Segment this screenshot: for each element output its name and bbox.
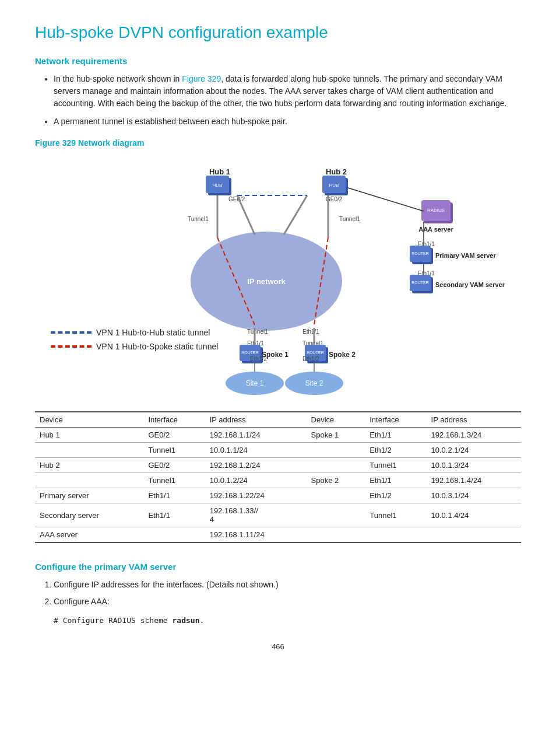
cell [307,458,365,473]
cell: 192.168.1.33//4 [205,503,307,527]
svg-text:RADIUS: RADIUS [427,208,445,213]
col-device-2: Device [307,412,365,428]
svg-text:IP network: IP network [247,277,286,286]
svg-text:Tunnel1: Tunnel1 [339,216,360,222]
svg-line-15 [237,195,255,235]
cell [307,443,365,458]
hub-to-spoke-label: VPN 1 Hub-to-Spoke static tunnel [96,342,218,351]
cell [365,527,426,543]
cell: 192.168.1.22/24 [205,488,307,503]
page-title: Hub-spoke DVPN configuration example [35,23,521,42]
cell [307,488,365,503]
cell [143,527,205,543]
col-interface-2: Interface [365,412,426,428]
cell: Hub 2 [35,458,143,473]
cell: 10.0.3.1/24 [427,488,521,503]
table-row: Hub 2 GE0/2 192.168.1.2/24 Tunnel1 10.0.… [35,458,521,473]
col-ip-1: IP address [205,412,307,428]
cell: 192.168.1.4/24 [427,473,521,488]
cell: Eth1/1 [365,428,426,443]
svg-text:Site 2: Site 2 [305,379,323,387]
svg-text:Tunnel1: Tunnel1 [188,216,209,222]
figure-329-link[interactable]: Figure 329 [182,74,221,83]
col-interface-1: Interface [143,412,205,428]
cell: Tunnel1 [143,473,205,488]
svg-line-16 [284,195,307,235]
svg-text:Secondary VAM server: Secondary VAM server [435,281,505,288]
svg-text:ROUTER: ROUTER [411,251,429,256]
code-text: # Configure RADIUS scheme radsun. [54,616,204,625]
svg-text:Tunnel1: Tunnel1 [247,328,268,335]
cell [307,527,365,543]
network-diagram: IP network Hub 1 HUB Hub 2 HUB GE0/2 GE0… [39,156,517,401]
requirements-list: In the hub-spoke network shown in Figure… [35,73,521,128]
diagram-svg: IP network Hub 1 HUB Hub 2 HUB GE0/2 GE0… [39,156,517,401]
network-table: Device Interface IP address Device Inter… [35,411,521,543]
requirement-item-1: In the hub-spoke network shown in Figure… [54,73,521,110]
col-device-1: Device [35,412,143,428]
diagram-legend: VPN 1 Hub-to-Hub static tunnel VPN 1 Hub… [51,328,218,356]
config-step-2: Configure AAA: [54,596,521,608]
configure-section-title: Configure the primary VAM server [35,562,521,572]
svg-text:GE0/2: GE0/2 [228,196,245,202]
svg-text:Eth1/1: Eth1/1 [302,328,319,335]
svg-text:Primary VAM server: Primary VAM server [435,252,496,259]
cell: Eth1/1 [365,473,426,488]
requirement-item-2: A permanent tunnel is established betwee… [54,116,521,128]
cell [35,443,143,458]
legend-hub-to-spoke: VPN 1 Hub-to-Spoke static tunnel [51,342,218,351]
cell: Tunnel1 [143,443,205,458]
svg-text:HUB: HUB [329,183,339,188]
cell: 10.0.1.1/24 [205,443,307,458]
svg-text:Eth1/2: Eth1/2 [302,356,319,362]
table-row: Hub 1 GE0/2 192.168.1.1/24 Spoke 1 Eth1/… [35,428,521,443]
hub-to-spoke-line [51,345,92,348]
cell: Secondary server [35,503,143,527]
svg-text:ROUTER: ROUTER [241,351,259,355]
table-row: Primary server Eth1/1 192.168.1.22/24 Et… [35,488,521,503]
cell: 192.168.1.1/24 [205,428,307,443]
cell: AAA server [35,527,143,543]
cell: 10.0.2.1/24 [427,443,521,458]
cell: Tunnel1 [365,503,426,527]
cell: Eth1/2 [365,443,426,458]
cell [427,527,521,543]
col-ip-2: IP address [427,412,521,428]
svg-text:Spoke 1: Spoke 1 [262,351,288,359]
cell: Hub 1 [35,428,143,443]
svg-text:ROUTER: ROUTER [307,351,324,355]
cell: 192.168.1.11/24 [205,527,307,543]
configure-steps-list: Configure IP addresses for the interface… [35,579,521,608]
cell: 192.168.1.3/24 [427,428,521,443]
table-row: Tunnel1 10.0.1.1/24 Eth1/2 10.0.2.1/24 [35,443,521,458]
svg-text:ROUTER: ROUTER [411,281,429,285]
table-row: Tunnel1 10.0.1.2/24 Spoke 2 Eth1/1 192.1… [35,473,521,488]
svg-text:Spoke 2: Spoke 2 [329,351,356,359]
cell: Spoke 1 [307,428,365,443]
cell: 10.0.1.2/24 [205,473,307,488]
cell: GE0/2 [143,428,205,443]
table-row: Secondary server Eth1/1 192.168.1.33//4 … [35,503,521,527]
hub-to-hub-label: VPN 1 Hub-to-Hub static tunnel [96,328,210,337]
cell: Tunnel1 [365,458,426,473]
svg-text:Site 1: Site 1 [246,379,264,387]
cell: Spoke 2 [307,473,365,488]
page-number: 466 [35,642,521,651]
config-step-1: Configure IP addresses for the interface… [54,579,521,591]
svg-text:HUB: HUB [213,183,223,188]
cell: GE0/2 [143,458,205,473]
cell: Eth1/1 [143,503,205,527]
cell: Primary server [35,488,143,503]
legend-hub-to-hub: VPN 1 Hub-to-Hub static tunnel [51,328,218,337]
cell: 192.168.1.2/24 [205,458,307,473]
configure-section: Configure the primary VAM server Configu… [35,562,521,625]
cell: 10.0.1.4/24 [427,503,521,527]
network-requirements-section: Network requirements In the hub-spoke ne… [35,56,521,128]
figure-title: Figure 329 Network diagram [35,138,521,148]
svg-line-54 [348,188,424,211]
code-block: # Configure RADIUS scheme radsun. [54,616,521,625]
network-requirements-title: Network requirements [35,56,521,66]
cell: Eth1/2 [365,488,426,503]
table-row-last: AAA server 192.168.1.11/24 [35,527,521,543]
svg-text:Hub 2: Hub 2 [326,167,347,176]
